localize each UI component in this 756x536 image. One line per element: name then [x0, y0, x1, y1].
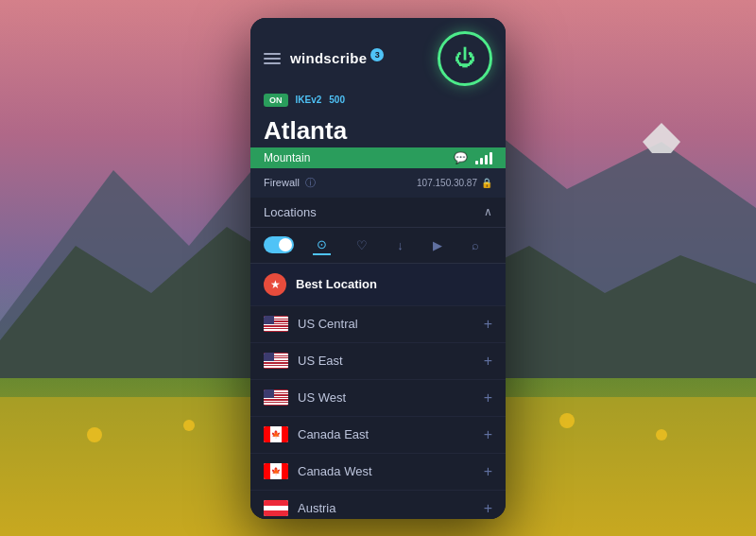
list-item[interactable]: US Central + [250, 306, 506, 343]
expand-icon[interactable]: + [484, 316, 492, 333]
notification-badge: 3 [370, 48, 384, 61]
chat-icon: 💬 [454, 151, 468, 164]
firewall-section: Firewall ⓘ 107.150.30.87 🔒 [250, 168, 506, 198]
locations-header: Locations ∧ [250, 198, 506, 228]
location-row[interactable]: Mountain 💬 [250, 147, 506, 168]
flag-at [264, 500, 288, 516]
list-item[interactable]: Austria + [250, 491, 506, 519]
flag-ca: 🍁 [264, 426, 288, 442]
list-item[interactable]: 🍁 Canada West + [250, 454, 506, 491]
expand-icon[interactable]: + [484, 463, 492, 480]
menu-button[interactable] [264, 53, 281, 64]
info-icon[interactable]: ⓘ [305, 176, 316, 190]
location-name-us-central: US Central [298, 317, 474, 331]
svg-point-12 [656, 429, 667, 441]
filter-icons: ⊙ ♡ ↓ ▶ ⌕ [303, 235, 492, 255]
list-item[interactable]: US West + [250, 380, 506, 417]
list-item[interactable]: 🍁 Canada East + [250, 417, 506, 454]
list-item[interactable]: ★ Best Location [250, 264, 506, 306]
location-name: Mountain [264, 151, 310, 164]
filter-stream-icon[interactable]: ▶ [429, 236, 446, 254]
app-window: windscribe 3 ⏻ ON IKEv2 500 Atlanta Moun… [250, 18, 506, 519]
flag-ca: 🍁 [264, 463, 288, 479]
location-name-us-west: US West [298, 390, 474, 405]
best-location-icon: ★ [264, 273, 286, 296]
filter-search-icon[interactable]: ⌕ [468, 236, 483, 254]
logo: windscribe 3 [290, 50, 384, 66]
svg-point-11 [559, 413, 575, 428]
ip-address: 107.150.30.87 🔒 [417, 178, 492, 188]
toggle-knob [279, 238, 292, 251]
power-icon: ⏻ [455, 46, 475, 71]
location-name-us-east: US East [298, 354, 474, 368]
svg-point-8 [87, 427, 102, 442]
expand-icon[interactable]: + [484, 426, 492, 443]
flag-us [264, 353, 288, 369]
signal-bars [475, 151, 492, 164]
protocol-label: IKEv2 [296, 95, 322, 105]
location-icons: 💬 [454, 151, 492, 164]
status-bar: ON IKEv2 500 [264, 94, 492, 107]
chevron-up-icon[interactable]: ∧ [484, 205, 492, 218]
locations-panel: Locations ∧ ⊙ ♡ ↓ ▶ ⌕ ★ Best Location [250, 198, 506, 519]
app-header: windscribe 3 ⏻ ON IKEv2 500 Atlanta Moun… [250, 18, 506, 168]
list-item[interactable]: US East + [250, 343, 506, 380]
filter-favorites-icon[interactable]: ♡ [352, 236, 371, 254]
filter-download-icon[interactable]: ↓ [393, 236, 407, 254]
location-name-austria: Austria [298, 501, 474, 515]
expand-icon[interactable]: + [484, 389, 492, 406]
lock-icon: 🔒 [481, 178, 492, 188]
flag-us [264, 389, 288, 406]
on-status: ON [264, 94, 288, 107]
flag-us [264, 316, 288, 332]
expand-icon[interactable]: + [484, 353, 492, 370]
locations-title: Locations [264, 205, 317, 219]
filter-row: ⊙ ♡ ↓ ▶ ⌕ [250, 228, 506, 264]
location-name-canada-east: Canada East [298, 427, 474, 441]
expand-icon[interactable]: + [484, 500, 492, 517]
app-title: windscribe [290, 50, 367, 66]
city-name: Atlanta [264, 116, 492, 146]
power-button[interactable]: ⏻ [438, 31, 492, 86]
svg-point-9 [183, 420, 195, 431]
location-name-best: Best Location [296, 277, 492, 291]
location-list[interactable]: ★ Best Location US Central + US East + U… [250, 264, 506, 519]
status-number: 500 [329, 95, 345, 105]
location-name-canada-west: Canada West [298, 464, 474, 478]
filter-all-icon[interactable]: ⊙ [313, 235, 331, 255]
toggle-switch[interactable] [264, 236, 294, 253]
firewall-label: Firewall [264, 177, 300, 188]
